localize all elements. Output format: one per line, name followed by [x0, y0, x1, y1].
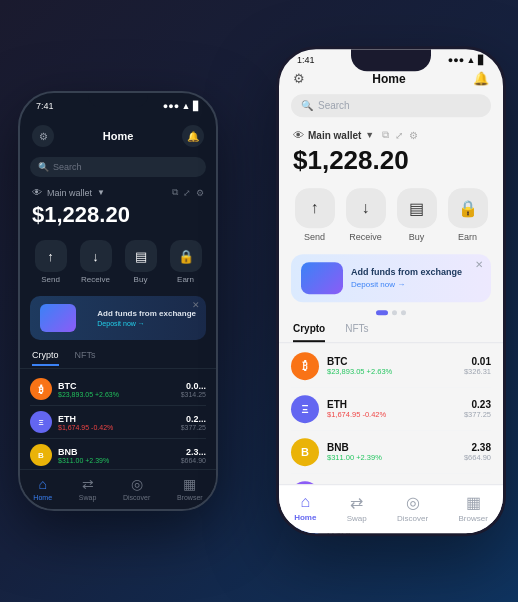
light-send-button[interactable]: ↑ Send — [295, 188, 335, 242]
light-banner-close-icon[interactable]: ✕ — [475, 259, 483, 270]
light-search-icon: 🔍 — [301, 100, 313, 111]
dark-search-bar[interactable]: 🔍 Search — [30, 157, 206, 177]
light-buy-button[interactable]: ▤ Buy — [397, 188, 437, 242]
light-nav-swap[interactable]: ⇄ Swap — [347, 493, 367, 523]
dark-banner-text: Add funds from exchange — [97, 309, 196, 318]
light-earn-button[interactable]: 🔒 Earn — [448, 188, 488, 242]
light-copy-icon[interactable]: ⧉ — [382, 129, 389, 141]
dark-coin-btc[interactable]: ₿ BTC $23,893.05 +2.63% 0.0... $314.25 — [30, 373, 206, 406]
light-nav-home[interactable]: ⌂ Home — [294, 493, 316, 523]
light-nav-browser[interactable]: ▦ Browser — [458, 493, 487, 523]
light-coin-btc[interactable]: ₿ BTC $23,893.05 +2.63% 0.01 $326.31 — [291, 345, 491, 388]
light-deposit-link[interactable]: Deposit now → — [351, 280, 462, 289]
light-wallet-chevron[interactable]: ▼ — [365, 130, 374, 140]
light-earn-label: Earn — [458, 232, 477, 242]
light-eth-value: 0.23 — [464, 399, 491, 410]
dark-notif-icon[interactable]: 🔔 — [182, 125, 204, 147]
dark-receive-label: Receive — [81, 275, 110, 284]
dark-buy-icon: ▤ — [125, 240, 157, 272]
dark-bnb-usd: $664.90 — [181, 457, 206, 464]
light-balance: $1,228.20 — [279, 143, 503, 184]
dark-browser-icon: ▦ — [183, 476, 196, 492]
light-search-bar[interactable]: 🔍 Search — [291, 94, 491, 117]
dark-bnb-value: 2.3... — [181, 447, 206, 457]
light-signal-icons: ●●● ▲ ▊ — [448, 55, 485, 65]
light-buy-label: Buy — [409, 232, 425, 242]
dark-nav-swap[interactable]: ⇄ Swap — [79, 476, 97, 501]
light-phone: 1:41 ●●● ▲ ▊ ⚙ Home 🔔 🔍 Search 👁 Main wa… — [276, 46, 506, 536]
dark-send-button[interactable]: ↑ Send — [35, 240, 67, 284]
light-tabs: Crypto NFTs — [279, 319, 503, 343]
light-actions: ↑ Send ↓ Receive ▤ Buy 🔒 Earn — [279, 184, 503, 250]
dark-receive-button[interactable]: ↓ Receive — [80, 240, 112, 284]
dark-btc-usd: $314.25 — [181, 391, 206, 398]
dark-receive-icon: ↓ — [80, 240, 112, 272]
dark-signal-icons: ●●● ▲ ▊ — [163, 101, 200, 111]
light-earn-icon: 🔒 — [448, 188, 488, 228]
dark-search-icon: 🔍 — [38, 162, 49, 172]
light-gear-icon[interactable]: ⚙ — [409, 130, 418, 141]
dark-banner: Add funds from exchange Deposit now → ✕ — [30, 296, 206, 340]
dark-gear-icon[interactable]: ⚙ — [196, 188, 204, 198]
dark-header: ⚙ Home 🔔 — [20, 119, 216, 153]
light-wallet-label: Main wallet — [308, 130, 361, 141]
light-page-title: Home — [305, 72, 473, 86]
dark-coin-eth[interactable]: Ξ ETH $1,674.95 -0.42% 0.2... $377.25 — [30, 406, 206, 439]
dark-tab-nfts[interactable]: NFTs — [75, 350, 96, 366]
light-tab-crypto[interactable]: Crypto — [293, 323, 325, 342]
light-send-label: Send — [304, 232, 325, 242]
dot-2 — [392, 310, 397, 315]
dot-1 — [376, 310, 388, 315]
light-tab-nfts[interactable]: NFTs — [345, 323, 368, 342]
dark-buy-button[interactable]: ▤ Buy — [125, 240, 157, 284]
light-home-icon: ⌂ — [300, 493, 310, 511]
dark-search-placeholder: Search — [53, 162, 82, 172]
light-receive-button[interactable]: ↓ Receive — [346, 188, 386, 242]
light-banner: Add funds from exchange Deposit now → ✕ — [291, 254, 491, 302]
light-nav-discover[interactable]: ◎ Discover — [397, 493, 428, 523]
light-btc-icon: ₿ — [291, 352, 319, 380]
dark-wallet-row: 👁 Main wallet ▼ ⧉ ⤢ ⚙ — [20, 181, 216, 200]
dark-expand-icon[interactable]: ⤢ — [183, 188, 191, 198]
light-nav-bar: ⌂ Home ⇄ Swap ◎ Discover ▦ Browser — [279, 484, 503, 533]
light-discover-label: Discover — [397, 514, 428, 523]
light-coin-eth[interactable]: Ξ ETH $1,674.95 -0.42% 0.23 $377.25 — [291, 388, 491, 431]
dark-settings-icon[interactable]: ⚙ — [32, 125, 54, 147]
light-search-placeholder: Search — [318, 100, 350, 111]
dark-nav-browser[interactable]: ▦ Browser — [177, 476, 203, 501]
dark-bnb-icon: B — [30, 444, 52, 466]
dark-page-title: Home — [103, 130, 134, 142]
light-bnb-icon: B — [291, 438, 319, 466]
dark-deposit-link[interactable]: Deposit now → — [97, 320, 196, 327]
light-banner-image — [301, 262, 343, 294]
dark-nav-discover[interactable]: ◎ Discover — [123, 476, 150, 501]
dark-tab-crypto[interactable]: Crypto — [32, 350, 59, 366]
dot-3 — [401, 310, 406, 315]
light-banner-text: Add funds from exchange — [351, 267, 462, 277]
light-notif-icon[interactable]: 🔔 — [473, 71, 489, 86]
dark-discover-label: Discover — [123, 494, 150, 501]
dark-btc-value: 0.0... — [181, 381, 206, 391]
dark-time: 7:41 — [36, 101, 54, 111]
light-coin-bnb[interactable]: B BNB $311.00 +2.39% 2.38 $664.90 — [291, 431, 491, 474]
dark-send-label: Send — [41, 275, 60, 284]
light-bnb-sub: $311.00 +2.39% — [327, 453, 456, 462]
light-discover-icon: ◎ — [406, 493, 420, 512]
light-buy-icon: ▤ — [397, 188, 437, 228]
light-home-label: Home — [294, 513, 316, 522]
dark-wallet-chevron[interactable]: ▼ — [97, 188, 105, 197]
dark-eth-name: ETH — [58, 414, 175, 424]
dark-banner-close-icon[interactable]: ✕ — [192, 300, 200, 310]
dark-coin-bnb[interactable]: B BNB $311.00 +2.39% 2.3... $664.90 — [30, 439, 206, 472]
light-settings-icon[interactable]: ⚙ — [293, 71, 305, 86]
light-eye-icon: 👁 — [293, 129, 304, 141]
dark-earn-button[interactable]: 🔒 Earn — [170, 240, 202, 284]
light-expand-icon[interactable]: ⤢ — [395, 130, 403, 141]
dark-eye-icon: 👁 — [32, 187, 42, 198]
light-btc-usd: $326.31 — [464, 367, 491, 376]
dark-eth-icon: Ξ — [30, 411, 52, 433]
dark-nav-home[interactable]: ⌂ Home — [33, 476, 52, 501]
dark-bnb-name: BNB — [58, 447, 175, 457]
dark-copy-icon[interactable]: ⧉ — [172, 187, 178, 198]
light-usdc-value: 22,330.98 — [447, 533, 492, 536]
